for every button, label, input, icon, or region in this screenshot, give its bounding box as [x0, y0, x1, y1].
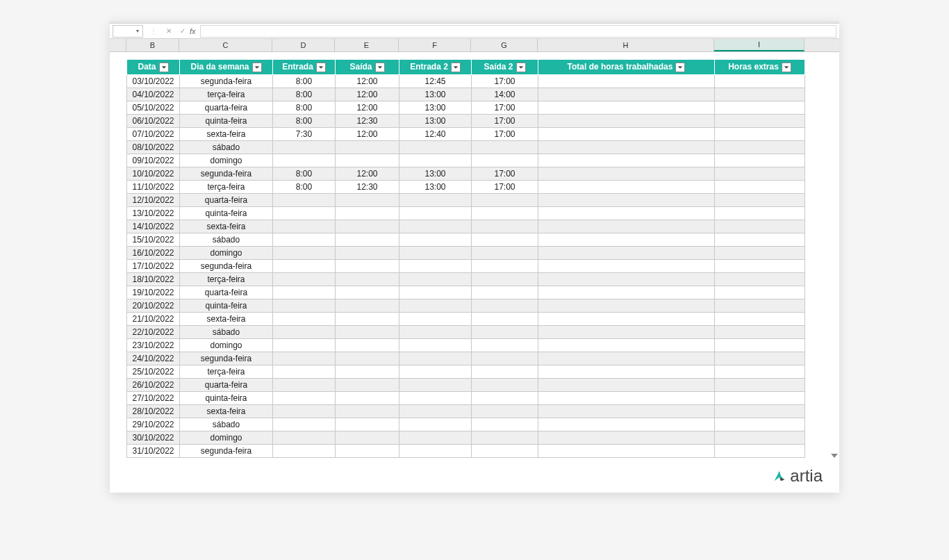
cell[interactable]: 17/10/2022: [127, 259, 180, 272]
cell[interactable]: [715, 431, 805, 444]
cell[interactable]: sábado: [180, 325, 273, 338]
cell[interactable]: 04/10/2022: [127, 88, 180, 101]
cell[interactable]: [538, 167, 715, 180]
cell[interactable]: [715, 127, 805, 140]
cell[interactable]: [472, 312, 538, 325]
cell[interactable]: [336, 259, 399, 272]
header-data[interactable]: Data: [127, 60, 180, 75]
cell[interactable]: [399, 220, 472, 233]
cell[interactable]: 11/10/2022: [127, 180, 180, 193]
header-horas-extras[interactable]: Horas extras: [715, 60, 805, 75]
column-header-D[interactable]: D: [272, 39, 335, 51]
cell[interactable]: [715, 286, 805, 299]
cell[interactable]: [336, 312, 399, 325]
column-header-H[interactable]: H: [538, 39, 714, 51]
cancel-icon[interactable]: ✕: [166, 27, 172, 35]
cell[interactable]: [538, 88, 715, 101]
cell[interactable]: 17:00: [472, 167, 538, 180]
cell[interactable]: [538, 404, 715, 418]
cell[interactable]: 13/10/2022: [127, 206, 180, 220]
cell[interactable]: [399, 259, 472, 272]
cell[interactable]: [472, 286, 538, 299]
cell[interactable]: [273, 365, 336, 378]
cell[interactable]: [336, 338, 399, 352]
cell[interactable]: segunda-feira: [180, 167, 273, 180]
cell[interactable]: 18/10/2022: [127, 272, 180, 286]
cell[interactable]: [399, 378, 472, 391]
cell[interactable]: [399, 206, 472, 220]
cell[interactable]: [273, 246, 336, 259]
cell[interactable]: [715, 325, 805, 338]
cell[interactable]: 12:00: [336, 74, 399, 88]
cell[interactable]: 8:00: [273, 114, 336, 127]
cell[interactable]: [399, 299, 472, 312]
column-header-F[interactable]: F: [399, 39, 471, 51]
cell[interactable]: domingo: [180, 154, 273, 167]
cell[interactable]: [715, 444, 805, 457]
cell[interactable]: [273, 259, 336, 272]
cell[interactable]: [472, 272, 538, 286]
cell[interactable]: [715, 418, 805, 431]
cell[interactable]: [715, 167, 805, 180]
cell[interactable]: 17:00: [472, 127, 538, 140]
cell[interactable]: [538, 246, 715, 259]
cell[interactable]: 13:00: [399, 180, 472, 193]
filter-dropdown-icon[interactable]: [159, 63, 169, 72]
cell[interactable]: terça-feira: [180, 365, 273, 378]
cell[interactable]: quarta-feira: [180, 378, 273, 391]
cell[interactable]: [472, 193, 538, 206]
cell[interactable]: 17:00: [472, 101, 538, 114]
cell[interactable]: [336, 299, 399, 312]
cell[interactable]: [538, 193, 715, 206]
cell[interactable]: 7:30: [273, 127, 336, 140]
cell[interactable]: quinta-feira: [180, 299, 273, 312]
cell[interactable]: 17:00: [472, 74, 538, 88]
cell[interactable]: [336, 325, 399, 338]
cell[interactable]: [273, 193, 336, 206]
cell[interactable]: [273, 444, 336, 457]
cell[interactable]: 05/10/2022: [127, 101, 180, 114]
column-header-B[interactable]: B: [126, 39, 179, 51]
cell[interactable]: [273, 325, 336, 338]
name-box[interactable]: ▾: [113, 25, 143, 38]
header-total-de-horas-trabalhadas[interactable]: Total de horas trabalhadas: [538, 60, 715, 75]
cell[interactable]: [538, 180, 715, 193]
cell[interactable]: [273, 154, 336, 167]
cell[interactable]: [472, 418, 538, 431]
cell[interactable]: [715, 206, 805, 220]
cell[interactable]: [336, 418, 399, 431]
cell[interactable]: [538, 101, 715, 114]
cell[interactable]: quinta-feira: [180, 391, 273, 404]
cell[interactable]: [715, 391, 805, 404]
cell[interactable]: [399, 154, 472, 167]
cell[interactable]: [273, 272, 336, 286]
cell[interactable]: [336, 444, 399, 457]
cell[interactable]: [538, 140, 715, 154]
cell[interactable]: 12:45: [399, 74, 472, 88]
cell[interactable]: [715, 404, 805, 418]
cell[interactable]: 17:00: [472, 114, 538, 127]
cell[interactable]: [538, 114, 715, 127]
header-entrada[interactable]: Entrada: [273, 60, 336, 75]
cell[interactable]: [472, 220, 538, 233]
cell[interactable]: 16/10/2022: [127, 246, 180, 259]
filter-dropdown-icon[interactable]: [451, 63, 461, 72]
cell[interactable]: sábado: [180, 140, 273, 154]
cell[interactable]: 14:00: [472, 88, 538, 101]
cell[interactable]: 8:00: [273, 180, 336, 193]
cell[interactable]: [273, 404, 336, 418]
cell[interactable]: [399, 418, 472, 431]
cell[interactable]: 8:00: [273, 88, 336, 101]
filter-dropdown-icon[interactable]: [375, 63, 385, 72]
cell[interactable]: [273, 233, 336, 246]
cell[interactable]: [472, 338, 538, 352]
cell[interactable]: [538, 259, 715, 272]
cell[interactable]: [273, 431, 336, 444]
cell[interactable]: [399, 233, 472, 246]
filter-dropdown-icon[interactable]: [782, 63, 791, 72]
cell[interactable]: [538, 365, 715, 378]
name-box-dropdown-icon[interactable]: ▾: [134, 26, 141, 37]
cell[interactable]: [538, 391, 715, 404]
cell[interactable]: [715, 180, 805, 193]
cell[interactable]: segunda-feira: [180, 352, 273, 365]
